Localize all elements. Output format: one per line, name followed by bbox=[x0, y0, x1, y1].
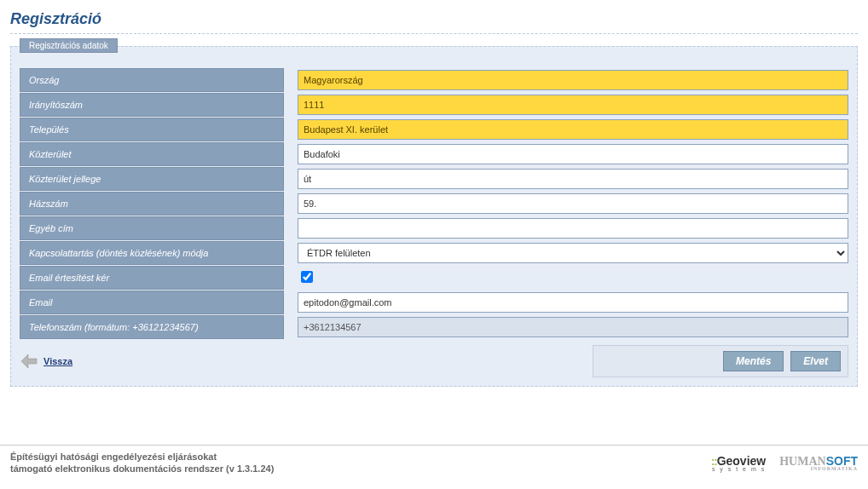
street-input[interactable] bbox=[298, 144, 848, 164]
label-street: Közterület bbox=[20, 142, 284, 166]
save-button[interactable]: Mentés bbox=[723, 351, 784, 371]
panel-tab: Regisztrációs adatok bbox=[20, 38, 118, 53]
label-phone: Telefonszám (formátum: +36121234567) bbox=[20, 315, 284, 339]
footer-text: Építésügyi hatósági engedélyezési eljárá… bbox=[10, 451, 274, 475]
page-title: Regisztráció bbox=[10, 7, 858, 33]
label-house: Házszám bbox=[20, 192, 284, 216]
label-email: Email bbox=[20, 291, 284, 314]
label-zip: Irányítószám bbox=[20, 93, 284, 117]
footer-line2: támogató elektronikus dokumentációs rend… bbox=[10, 463, 274, 475]
arrow-left-icon bbox=[20, 353, 38, 370]
registration-panel: Regisztrációs adatok Ország Irányítószám bbox=[10, 46, 858, 387]
contact-method-select[interactable]: ÉTDR felületen bbox=[298, 243, 848, 263]
back-link-group: Vissza bbox=[20, 353, 72, 370]
zip-input[interactable] bbox=[298, 95, 848, 115]
label-country: Ország bbox=[20, 68, 284, 92]
street-type-input[interactable] bbox=[298, 169, 848, 189]
button-bar: Mentés Elvet bbox=[593, 345, 848, 377]
footer: Építésügyi hatósági engedélyezési eljárá… bbox=[0, 445, 868, 480]
other-address-input[interactable] bbox=[298, 218, 848, 239]
city-input[interactable] bbox=[298, 119, 848, 140]
label-street-type: Közterület jellege bbox=[20, 167, 284, 191]
country-input[interactable] bbox=[298, 70, 848, 90]
geoview-logo: ::Geoview s y s t e m s bbox=[711, 454, 766, 472]
label-other: Egyéb cím bbox=[20, 216, 284, 240]
phone-input[interactable] bbox=[298, 317, 848, 337]
label-city: Település bbox=[20, 118, 284, 141]
humansoft-logo: HUMANSOFT INFORMATIKA bbox=[779, 454, 858, 471]
back-link[interactable]: Vissza bbox=[43, 356, 72, 366]
form-grid: Ország Irányítószám Település bbox=[20, 67, 848, 340]
email-notify-checkbox[interactable] bbox=[301, 271, 313, 283]
email-input[interactable] bbox=[298, 292, 848, 313]
title-divider bbox=[10, 33, 858, 34]
house-input[interactable] bbox=[298, 193, 848, 214]
footer-logos: ::Geoview s y s t e m s HUMANSOFT INFORM… bbox=[711, 454, 858, 472]
footer-line1: Építésügyi hatósági engedélyezési eljárá… bbox=[10, 451, 274, 463]
label-contact-method: Kapcsolattartás (döntés közlésének) módj… bbox=[20, 241, 284, 265]
label-email-notify: Email értesítést kér bbox=[20, 266, 284, 290]
discard-button[interactable]: Elvet bbox=[790, 351, 841, 371]
